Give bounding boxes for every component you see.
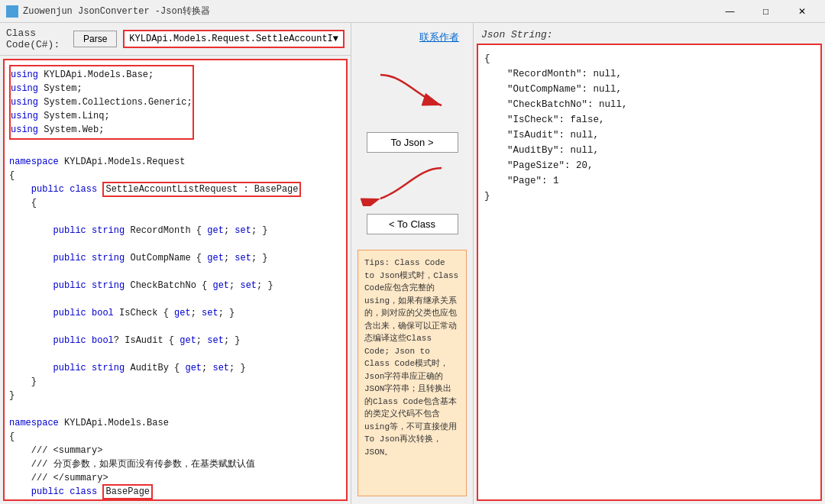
left-arrow-svg xyxy=(358,160,464,206)
main-layout: Class Code(C#): Parse KYLDApi.Models.Req… xyxy=(0,23,825,504)
dropdown-arrow: ▼ xyxy=(333,34,338,44)
to-class-button[interactable]: < To Class xyxy=(367,214,458,234)
app-icon xyxy=(6,5,18,18)
close-button[interactable]: ✕ xyxy=(785,3,819,20)
contact-link[interactable]: 联系作者 xyxy=(419,31,459,44)
class-code-label: Class Code(C#): xyxy=(6,27,67,50)
parse-button[interactable]: Parse xyxy=(73,31,117,47)
dropdown-value: KYLDApi.Models.Request.SettleAccountI xyxy=(129,34,332,44)
title-bar: Zuowenjun JsonConverter -Json转换器 — □ ✕ xyxy=(0,0,825,23)
json-label: Json String: xyxy=(477,26,822,44)
app-title: Zuowenjun JsonConverter -Json转换器 xyxy=(23,5,210,18)
right-arrow-svg xyxy=(358,60,464,121)
code-editor[interactable]: using KYLDApi.Models.Base; using System;… xyxy=(3,59,348,501)
json-editor[interactable]: { "RecordMonth": null, "OutCompName": nu… xyxy=(477,44,822,501)
right-panel: Json String: { "RecordMonth": null, "Out… xyxy=(474,23,825,504)
toolbar: Class Code(C#): Parse KYLDApi.Models.Req… xyxy=(0,23,351,56)
middle-panel: 联系作者 To Json > xyxy=(351,23,474,504)
maximize-button[interactable]: □ xyxy=(749,3,783,20)
class-dropdown[interactable]: KYLDApi.Models.Request.SettleAccountI ▼ xyxy=(123,30,345,48)
tips-content: Tips: Class Code to Json模式时，Class Code应包… xyxy=(364,258,458,457)
tips-box: Tips: Class Code to Json模式时，Class Code应包… xyxy=(358,250,467,496)
window-controls: — □ ✕ xyxy=(713,3,819,20)
left-panel: Class Code(C#): Parse KYLDApi.Models.Req… xyxy=(0,23,351,504)
to-json-button[interactable]: To Json > xyxy=(367,132,458,153)
minimize-button[interactable]: — xyxy=(713,3,747,20)
